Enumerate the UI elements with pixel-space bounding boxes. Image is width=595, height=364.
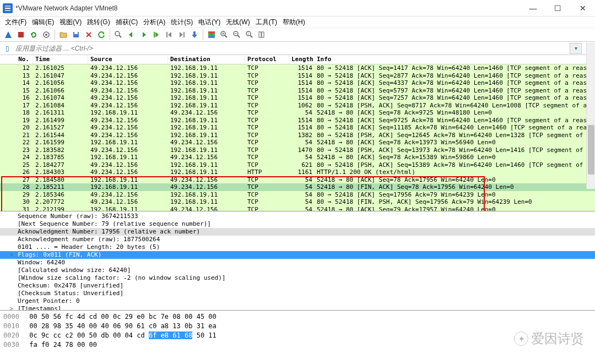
menu-view[interactable]: 视图(V) (57, 17, 84, 28)
packet-row[interactable]: 212.16154449.234.12.156192.168.19.11TCP1… (0, 132, 595, 139)
menu-tools[interactable]: 工具(T) (253, 17, 279, 28)
col-header-dest[interactable]: Destination (168, 55, 245, 64)
svg-point-2 (45, 34, 47, 36)
bookmark-icon[interactable]: ▯ (1, 43, 13, 54)
maximize-button[interactable]: ☐ (545, 0, 570, 17)
watermark: ✦ 爱因诗贤 (514, 330, 584, 347)
detail-line[interactable]: [Checksum Status: Unverified] (0, 290, 595, 297)
packet-row[interactable]: 142.16105649.234.12.156192.168.19.11TCP1… (0, 79, 595, 87)
packet-row[interactable]: 172.16108449.234.12.156192.168.19.11TCP1… (0, 102, 595, 110)
scrollbar[interactable] (586, 42, 595, 189)
zoom-reset-icon[interactable]: 1 (244, 29, 256, 41)
wechat-icon: ✦ (514, 332, 528, 346)
autoscroll-icon[interactable] (188, 29, 201, 41)
go-back-icon[interactable] (125, 29, 137, 41)
packet-row[interactable]: 282.185211192.168.19.1149.234.12.156TCP5… (0, 183, 595, 191)
jump-packet-icon[interactable] (150, 29, 163, 41)
hex-line[interactable]: 0010 00 28 98 35 40 00 40 06 90 61 c0 a8… (3, 322, 592, 331)
detail-line[interactable]: [Next Sequence Number: 79 (relative sequ… (0, 220, 595, 228)
capture-options-icon[interactable] (40, 29, 52, 41)
stop-capture-icon[interactable] (15, 29, 27, 41)
detail-line[interactable]: Acknowledgment Number: 17956 (relative a… (0, 228, 595, 236)
detail-line[interactable]: Urgent Pointer: 0 (0, 297, 595, 305)
detail-line[interactable]: Flags: 0x011 (FIN, ACK) (0, 251, 595, 259)
detail-line[interactable]: Acknowledgment number (raw): 1877500264 (0, 236, 595, 243)
menu-help[interactable]: 帮助(H) (280, 17, 307, 28)
filter-input[interactable] (13, 43, 570, 54)
packet-row[interactable]: 272.184580192.168.19.1149.234.12.156TCP5… (0, 176, 595, 184)
packet-list[interactable]: 122.16102549.234.12.156192.168.19.11TCP1… (0, 64, 595, 211)
packet-row[interactable]: 312.212199192.168.19.1149.234.12.156TCP5… (0, 206, 595, 211)
packet-row[interactable]: 132.16104749.234.12.156192.168.19.11TCP1… (0, 72, 595, 80)
svg-line-18 (250, 35, 252, 37)
open-file-icon[interactable] (57, 29, 69, 41)
toolbar: 1 (0, 28, 595, 42)
packet-row[interactable]: 232.18358249.234.12.156192.168.19.11TCP1… (0, 146, 595, 154)
col-header-proto[interactable]: Protocol (245, 55, 289, 64)
svg-rect-4 (74, 32, 78, 34)
col-header-source[interactable]: Source (88, 55, 168, 64)
packet-row[interactable]: 252.18427749.234.12.156192.168.19.11TCP6… (0, 161, 595, 169)
reload-icon[interactable] (95, 29, 107, 41)
svg-rect-7 (208, 31, 215, 34)
go-forward-icon[interactable] (138, 29, 150, 41)
packet-row[interactable]: 222.161599192.168.19.1149.234.12.156TCP5… (0, 139, 595, 146)
packet-row[interactable]: 192.16149949.234.12.156192.168.19.11TCP1… (0, 117, 595, 124)
restart-capture-icon[interactable] (28, 29, 40, 41)
detail-line[interactable]: [Calculated window size: 64240] (0, 267, 595, 274)
filter-apply-icon[interactable]: ▾ (570, 43, 582, 54)
detail-line[interactable]: [Timestamps] (0, 305, 595, 310)
minimize-button[interactable]: — (521, 0, 545, 17)
titlebar: *VMware Network Adapter VMnet8 — ☐ ✕ (0, 0, 595, 17)
svg-rect-20 (259, 32, 261, 37)
packet-row[interactable]: 162.16107449.234.12.156192.168.19.11TCP1… (0, 94, 595, 102)
packet-row[interactable]: 242.183785192.168.19.1149.234.12.156TCP5… (0, 154, 595, 161)
hex-line[interactable]: 0020 0c 9c cc c2 00 50 db 00 04 cd 6f e8… (3, 331, 592, 340)
window-title: *VMware Network Adapter VMnet8 (15, 4, 521, 12)
col-header-len[interactable]: Length (289, 55, 315, 64)
detail-line[interactable]: Checksum: 0x2478 [unverified] (0, 282, 595, 290)
detail-line[interactable]: Sequence Number (raw): 3674211533 (0, 213, 595, 220)
close-file-icon[interactable] (83, 29, 95, 41)
svg-text:1: 1 (247, 32, 249, 35)
menu-wireless[interactable]: 无线(W) (224, 17, 252, 28)
packet-row[interactable]: 182.161311192.168.19.1149.234.12.156TCP5… (0, 109, 595, 117)
packet-row[interactable]: 262.18430349.234.12.156192.168.19.11HTTP… (0, 169, 595, 176)
menu-statistics[interactable]: 统计(S) (169, 17, 195, 28)
hex-line[interactable]: 0000 00 50 56 fc 4d cd 00 0c 29 e0 bc 7e… (3, 312, 592, 322)
hex-line[interactable]: 0030 fa f0 24 78 00 00 (3, 340, 592, 350)
hex-pane[interactable]: 0000 00 50 56 fc 4d cd 00 0c 29 e0 bc 7e… (0, 310, 595, 350)
close-button[interactable]: ✕ (570, 0, 595, 17)
menu-file[interactable]: 文件(F) (3, 17, 29, 28)
svg-line-11 (225, 35, 227, 37)
col-header-info[interactable]: Info (315, 55, 595, 64)
colorize-icon[interactable] (205, 29, 218, 41)
packet-details[interactable]: Sequence Number (raw): 3674211533[Next S… (0, 211, 595, 310)
start-capture-icon[interactable] (2, 29, 14, 41)
menu-telephony[interactable]: 电话(Y) (196, 17, 223, 28)
svg-rect-8 (208, 34, 215, 36)
packet-row[interactable]: 152.16106649.234.12.156192.168.19.11TCP1… (0, 87, 595, 95)
col-header-no[interactable]: No. (0, 55, 33, 64)
menu-analyze[interactable]: 分析(A) (141, 17, 167, 28)
col-header-time[interactable]: Time (33, 55, 88, 64)
menubar: 文件(F) 编辑(E) 视图(V) 跳转(G) 捕获(C) 分析(A) 统计(S… (0, 17, 595, 28)
zoom-in-icon[interactable] (218, 29, 230, 41)
packet-list-header: No. Time Source Destination Protocol Len… (0, 55, 595, 64)
go-first-icon[interactable] (163, 29, 175, 41)
menu-go[interactable]: 跳转(G) (85, 17, 112, 28)
menu-edit[interactable]: 编辑(E) (30, 17, 56, 28)
menu-capture[interactable]: 捕获(C) (113, 17, 140, 28)
resize-columns-icon[interactable] (256, 29, 268, 41)
go-last-icon[interactable] (176, 29, 188, 41)
packet-row[interactable]: 202.16152749.234.12.156192.168.19.11TCP1… (0, 124, 595, 132)
find-icon[interactable] (112, 29, 125, 41)
packet-row[interactable]: 292.18534649.234.12.156192.168.19.11TCP5… (0, 191, 595, 199)
detail-line[interactable]: [Window size scaling factor: -2 (no wind… (0, 274, 595, 282)
zoom-out-icon[interactable] (231, 29, 243, 41)
packet-row[interactable]: 302.20777249.234.12.156192.168.19.11TCP5… (0, 198, 595, 206)
save-file-icon[interactable] (70, 29, 82, 41)
detail-line[interactable]: Window: 64240 (0, 259, 595, 267)
detail-line[interactable]: 0101 .... = Header Length: 20 bytes (5) (0, 243, 595, 251)
packet-row[interactable]: 122.16102549.234.12.156192.168.19.11TCP1… (0, 64, 595, 72)
